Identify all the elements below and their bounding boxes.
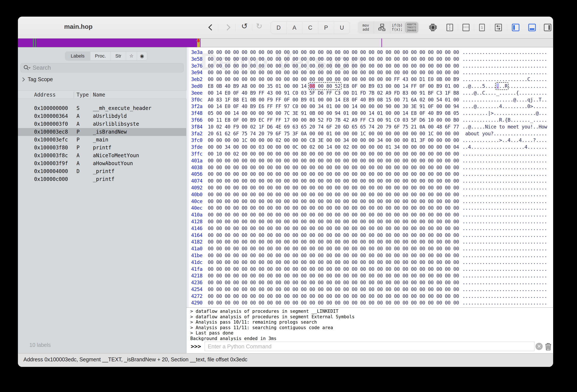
cfg-mode-button[interactable] bbox=[374, 21, 390, 34]
column-header-address[interactable]: Address bbox=[34, 92, 56, 98]
sidebar-tab-proc[interactable]: Proc. bbox=[90, 52, 111, 60]
hex-row-3e3a[interactable]: 3e3a00 00 00 00 00 00 00 00 00 00 00 00 … bbox=[186, 49, 553, 56]
hex-bytes[interactable]: 00 10 00 02 00 00 00 00 00 00 00 80 00 0… bbox=[208, 151, 459, 157]
hex-ascii[interactable]: .............................. bbox=[462, 171, 547, 177]
hex-row-3e58[interactable]: 3e5800 00 00 00 00 00 00 00 00 00 00 00 … bbox=[186, 56, 553, 63]
hex-row-3fa2[interactable]: 3fa220 61 62 6F 75 74 20 79 6F 75 3F 0A … bbox=[186, 131, 553, 138]
hex-bytes[interactable]: 00 00 00 00 00 00 00 00 00 00 00 00 00 0… bbox=[208, 185, 459, 190]
hex-row-4092[interactable]: 409200 00 00 00 00 00 00 00 00 00 00 00 … bbox=[186, 185, 553, 192]
hex-ascii[interactable]: .......................C...... bbox=[462, 76, 547, 82]
hex-row-4128[interactable]: 412800 00 00 00 00 00 00 00 00 00 00 00 … bbox=[186, 219, 553, 226]
label-row-_isBrandNew[interactable]: 0x100003ec8P_isBrandNew bbox=[18, 128, 186, 136]
selected-ascii[interactable]: ...R bbox=[496, 83, 507, 89]
label-row-aUsrlibdyld[interactable]: 0x100000364AaUsrlibdyld bbox=[18, 112, 186, 120]
sidebar-tab-labels[interactable]: Labels bbox=[65, 52, 90, 60]
clear-console-icon[interactable]: ✕ bbox=[536, 343, 543, 350]
hex-bytes[interactable]: 00 00 00 00 00 00 00 00 00 00 00 00 00 0… bbox=[208, 226, 459, 231]
hex-ascii[interactable]: .............................. bbox=[462, 239, 547, 245]
forward-icon[interactable] bbox=[224, 24, 231, 31]
hex-bytes[interactable]: 00 00 00 00 00 00 00 00 00 00 00 00 00 0… bbox=[208, 219, 459, 224]
label-row-aUsrliblibsyste[interactable]: 0x1000003f0AaUsrliblibsyste bbox=[18, 120, 186, 128]
sidebar-tab-tag-icon[interactable]: ◉ bbox=[137, 52, 147, 60]
hex-row-41fa[interactable]: 41fa00 00 00 00 00 00 00 00 00 00 00 00 … bbox=[186, 266, 553, 273]
hex-ascii[interactable]: ..@....5.......R.............. bbox=[462, 83, 547, 89]
hex-ascii[interactable]: .............................. bbox=[462, 199, 547, 204]
trash-icon[interactable] bbox=[544, 342, 552, 351]
selection-start-byte[interactable]: 08 bbox=[309, 83, 315, 89]
hex-row-4074[interactable]: 407400 00 00 00 00 00 00 00 00 00 00 00 … bbox=[186, 178, 553, 185]
hex-ascii[interactable]: .............................. bbox=[462, 63, 547, 69]
hex-bytes[interactable]: 00 00 00 00 00 00 00 00 00 00 00 00 00 0… bbox=[208, 246, 459, 251]
hex-row-3f48[interactable]: 3f4805 00 00 14 00 00 00 90 00 7C 3E 91 … bbox=[186, 110, 553, 117]
hex-row-4164[interactable]: 416400 00 00 00 00 00 00 00 00 00 00 00 … bbox=[186, 232, 553, 239]
hex-row-410a[interactable]: 410a00 00 00 00 00 00 00 00 00 00 00 00 … bbox=[186, 212, 553, 219]
hex-row-3f66[interactable]: 3f6600 11 E8 0F 00 B9 EC FF FF 17 00 00 … bbox=[186, 117, 553, 124]
hex-bytes[interactable]: 00 00 00 00 00 00 00 00 00 00 00 00 00 0… bbox=[208, 70, 459, 75]
column-header-type[interactable]: Type bbox=[76, 92, 89, 98]
toggle-left-panel-icon[interactable] bbox=[511, 23, 520, 32]
hex-bytes[interactable]: 00 14 E0 0F 40 B9 E6 FF FF 97 C0 00 00 3… bbox=[208, 104, 459, 109]
tag-scope-disclosure[interactable]: Tag Scope bbox=[21, 76, 53, 82]
hex-row-4038[interactable]: 403800 00 00 00 00 00 00 00 00 00 00 00 … bbox=[186, 165, 553, 172]
hex-row-4182[interactable]: 418200 00 00 00 00 00 00 00 00 00 00 00 … bbox=[186, 239, 553, 246]
hex-bytes[interactable]: 00 00 00 00 00 00 00 00 00 00 00 00 00 0… bbox=[208, 300, 459, 306]
assembly-mode-button[interactable]: mov add bbox=[358, 21, 374, 34]
segment-data[interactable]: D bbox=[271, 22, 287, 34]
hex-ascii[interactable]: .............R.{B......._..... bbox=[462, 117, 547, 123]
hex-ascii[interactable]: .............................. bbox=[462, 232, 547, 238]
label-row-_main[interactable]: 0x100003efcP_main bbox=[18, 136, 186, 144]
hex-ascii[interactable]: about you?................... bbox=[462, 131, 547, 136]
hex-bytes[interactable]: 00 00 00 00 00 00 00 00 00 00 00 00 00 0… bbox=[208, 293, 459, 299]
hex-ascii[interactable]: .............>..4...4....?.... bbox=[462, 138, 547, 143]
hex-bytes[interactable]: 00 00 00 00 00 00 00 00 00 00 00 00 00 0… bbox=[208, 199, 459, 204]
hex-bytes[interactable]: 05 00 00 14 00 00 00 90 00 7C 3E 91 0B 0… bbox=[208, 110, 459, 116]
hex-bytes[interactable]: 00 00 00 00 00 00 00 00 00 00 00 00 00 0… bbox=[208, 63, 459, 69]
hex-row-4218[interactable]: 421800 00 00 00 00 00 00 00 00 00 00 00 … bbox=[186, 273, 553, 280]
segment-code[interactable]: C bbox=[302, 22, 318, 34]
column-header-name[interactable]: Name bbox=[93, 92, 105, 98]
hex-ascii[interactable]: ....@........4.........0>..... bbox=[462, 104, 547, 109]
hex-bytes[interactable]: 00 00 00 00 1C 00 00 00 02 00 00 00 C8 3… bbox=[208, 138, 459, 143]
hex-ascii[interactable]: .............................. bbox=[462, 286, 547, 292]
hex-row-3e76[interactable]: 3e7600 00 00 00 00 00 00 00 00 00 00 00 … bbox=[186, 63, 553, 70]
label-row-aNiceToMeetYoun[interactable]: 0x100003f8cAaNiceToMeetYoun bbox=[18, 152, 186, 160]
hex-bytes[interactable]: 00 00 00 00 00 00 00 00 00 00 00 00 00 0… bbox=[208, 165, 459, 170]
hex-bytes[interactable]: 10 02 40 F9 00 02 1F D6 4E 69 63 65 20 7… bbox=[208, 124, 459, 130]
segment-undefined[interactable]: U bbox=[334, 22, 350, 34]
back-icon[interactable] bbox=[208, 24, 215, 31]
hex-ascii[interactable]: .............................. bbox=[462, 151, 547, 157]
hex-ascii[interactable]: .............................. bbox=[462, 293, 547, 299]
hex-row-40ec[interactable]: 40ec00 00 00 00 00 00 00 00 00 00 00 00 … bbox=[186, 205, 553, 212]
hex-row-4236[interactable]: 423600 00 00 00 00 00 00 00 00 00 00 00 … bbox=[186, 280, 553, 286]
hex-bytes[interactable]: 00 00 34 00 00 00 03 00 00 00 0C 00 02 0… bbox=[208, 144, 459, 150]
hex-ascii[interactable]: ....@..C...._......{.......... bbox=[462, 90, 547, 96]
hex-bytes[interactable]: 00 00 00 00 00 00 00 00 00 00 00 00 00 0… bbox=[208, 76, 459, 82]
hex-bytes[interactable]: 00 00 00 00 00 00 00 00 00 00 00 00 00 0… bbox=[208, 259, 459, 265]
hex-ascii[interactable]: .............................. bbox=[462, 70, 547, 75]
hex-ascii[interactable]: .............................. bbox=[462, 185, 547, 190]
python-command-input[interactable] bbox=[205, 342, 534, 351]
label-row-printf[interactable]: 0x100003f80Pprintf bbox=[18, 144, 186, 152]
hex-row-3f0c[interactable]: 3f0cA0 83 1F B8 E1 0B 00 F9 FF 0F 00 B9 … bbox=[186, 97, 553, 104]
hex-ascii[interactable]: .............................. bbox=[462, 300, 547, 306]
hex-row-3f84[interactable]: 3f8410 02 40 F9 00 02 1F D6 4E 69 63 65 … bbox=[186, 124, 553, 131]
search-icon[interactable] bbox=[23, 65, 31, 71]
hex-row-3eee[interactable]: 3eee00 14 E0 0F 40 B9 FF 43 00 91 C0 03 … bbox=[186, 90, 553, 97]
hex-ascii[interactable]: ..4...................4....... bbox=[462, 144, 547, 150]
hex-row-41be[interactable]: 41be00 00 00 00 00 00 00 00 00 00 00 00 … bbox=[186, 253, 553, 259]
hex-ascii[interactable]: .............................. bbox=[462, 259, 547, 265]
toggle-right-panel-icon[interactable] bbox=[543, 23, 552, 32]
label-row-aHowAboutYoun[interactable]: 0x100003f9fAaHowAboutYoun bbox=[18, 160, 186, 168]
hex-ascii[interactable]: .........|>...............@... bbox=[462, 110, 547, 116]
hex-bytes[interactable]: 20 61 62 6F 75 74 20 79 6F 75 3F 0A 00 0… bbox=[208, 131, 459, 136]
hex-bytes[interactable]: 00 00 00 00 00 00 00 00 00 00 00 00 00 0… bbox=[208, 266, 459, 272]
hex-ascii[interactable]: ..@.....Nice to meet you!..How bbox=[462, 124, 547, 130]
hex-bytes[interactable]: 00 00 00 00 00 00 00 00 00 00 00 00 00 0… bbox=[208, 253, 459, 258]
segment-procedure[interactable]: P bbox=[318, 22, 334, 34]
hex-bytes[interactable]: 00 00 00 00 00 00 00 00 00 00 00 00 00 0… bbox=[208, 232, 459, 238]
hex-row-4254[interactable]: 425400 00 00 00 00 00 00 00 00 00 00 00 … bbox=[186, 286, 553, 293]
divider-line-icon[interactable] bbox=[461, 23, 471, 32]
hex-row-4290[interactable]: 429000 00 00 00 00 00 00 00 00 00 00 00 … bbox=[186, 300, 553, 307]
hex-bytes[interactable]: 00 00 00 00 00 00 00 00 00 00 00 00 00 0… bbox=[208, 212, 459, 217]
hex-ascii[interactable]: .............................. bbox=[462, 192, 547, 197]
